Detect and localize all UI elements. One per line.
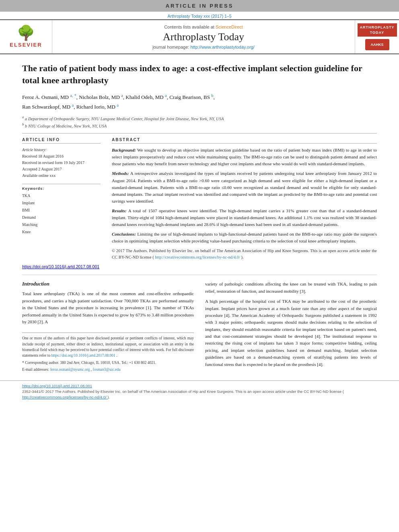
- cc-license-link[interactable]: http://creativecommons.org/licenses/by-n…: [155, 255, 241, 259]
- article-title: The ratio of patient body mass index to …: [22, 62, 377, 86]
- journal-header: 🌳 ELSEVIER Contents lists available at S…: [0, 19, 399, 54]
- body-left-col: Introduction Total knee arthroplasty (TK…: [22, 281, 194, 372]
- author-osmani: Feroz A. Osmani, MD: [22, 94, 70, 100]
- footer-license-closing: ).: [107, 395, 110, 399]
- elsevier-tree-icon: 🌳: [17, 26, 35, 40]
- article-info-abstract-row: ARTICLE INFO Article history: Received 1…: [22, 138, 377, 260]
- footnote-text: One or more of the authors of this paper…: [22, 335, 194, 358]
- background-text: We sought to develop an objective implan…: [112, 148, 377, 166]
- sciencedirect-link[interactable]: ScienceDirect: [216, 25, 243, 29]
- intro-left-p1-text: Total knee arthroplasty (TKA) is one of …: [22, 291, 194, 324]
- keywords-list: TKA Implant BMI Demand Matching Knee: [22, 192, 101, 236]
- article-info-heading: ARTICLE INFO: [22, 138, 101, 144]
- intro-left-p1: Total knee arthroplasty (TKA) is one of …: [22, 290, 194, 325]
- aahks-badge: AAHKS: [365, 39, 389, 50]
- author-odeh: Khalid Odeh, MD: [125, 94, 165, 100]
- aip-banner: ARTICLE IN PRESS: [0, 0, 399, 12]
- email1-link[interactable]: feroz.osmani@nyumc.org: [50, 368, 91, 372]
- affiliation-b: b b NYU College of Medicine, New York, N…: [22, 122, 377, 129]
- conflict-url-text: https://doi.org/10.1016/j.artd.2017.08.0…: [51, 353, 115, 357]
- intro-left-text: Total knee arthroplasty (TKA) is one of …: [22, 290, 194, 325]
- doi-url-text: https://doi.org/10.1016/j.artd.2017.08.0…: [22, 264, 99, 269]
- body-right-col: variety of pathologic conditions affecti…: [205, 281, 377, 372]
- footer-license-link[interactable]: http://creativecommons.org/licenses/by-n…: [22, 395, 107, 399]
- arthroplasty-logo: ARTHROPLASTY TODAY AAHKS: [355, 20, 399, 53]
- available-online: Available online xxx: [22, 173, 101, 179]
- revised-date: Received in revised form 19 July 2017: [22, 160, 101, 166]
- arthroplasty-logo-line2: TODAY: [360, 30, 395, 35]
- sciencedirect-label: Contents lists available at: [164, 25, 214, 29]
- affiliation-b-text: b NYU College of Medicine, New York, NY,…: [25, 124, 107, 128]
- footer-doi-link[interactable]: https://doi.org/10.1016/j.artd.2017.08.0…: [22, 384, 92, 388]
- homepage-url-text: http://www.arthroplastytoday.org/: [190, 45, 254, 49]
- elsevier-logo: 🌳 ELSEVIER: [0, 20, 52, 53]
- authors-text: Feroz A. Osmani, MD a, *, Nicholas Bolz,…: [22, 94, 215, 110]
- abstract-conclusions: Conclusions: Limiting the use of high-de…: [112, 231, 377, 244]
- email2-link[interactable]: fosman3@uic.edu: [93, 368, 121, 372]
- corresponding-text: * Corresponding author. 380 2nd Ave, Chi…: [22, 361, 156, 365]
- keyword-tka: TKA: [22, 192, 101, 199]
- abstract-results: Results: A total of 1507 operative knees…: [112, 207, 377, 228]
- arthroplasty-logo-line1: ARTHROPLASTY: [360, 25, 395, 30]
- abstract-text: Background: We sought to develop an obje…: [112, 147, 377, 260]
- article-info-content: Article history: Received 18 August 2016…: [22, 147, 101, 179]
- keyword-matching: Matching: [22, 221, 101, 228]
- history-label: Article history:: [22, 147, 101, 153]
- affiliation-a-text: a Department of Orthopaedic Surgery, NYU…: [25, 116, 224, 121]
- intro-right-p1-text: variety of pathologic conditions affecti…: [205, 281, 377, 293]
- keywords-label: Keywords:: [22, 187, 101, 191]
- corresponding-author-note: * Corresponding author. 380 2nd Ave, Chi…: [22, 360, 194, 366]
- doi-link[interactable]: https://doi.org/10.1016/j.artd.2017.08.0…: [22, 264, 99, 269]
- aahks-text: AAHKS: [370, 43, 383, 47]
- citation-text: Arthroplasty Today xxx (2017) 1–5: [167, 14, 231, 18]
- footer-license-url-text: http://creativecommons.org/licenses/by-n…: [22, 395, 107, 399]
- abstract-background: Background: We sought to develop an obje…: [112, 147, 377, 167]
- email1-text: feroz.osmani@nyumc.org: [50, 368, 90, 372]
- footer-doi-text: https://doi.org/10.1016/j.artd.2017.08.0…: [22, 384, 92, 388]
- keyword-demand: Demand: [22, 214, 101, 221]
- methods-label: Methods:: [112, 171, 129, 176]
- homepage-label: journal homepage:: [152, 45, 189, 49]
- abstract-col: ABSTRACT Background: We sought to develo…: [112, 138, 377, 260]
- results-label: Results:: [112, 208, 127, 213]
- conflict-url-link[interactable]: https://doi.org/10.1016/j.artd.2017.08.0…: [51, 353, 117, 357]
- arthroplasty-logo-box: ARTHROPLASTY TODAY: [358, 23, 397, 37]
- results-text: A total of 1507 operative knees were ide…: [112, 208, 377, 227]
- conclusions-text: Limiting the use of high-demand implants…: [112, 232, 377, 243]
- page: ARTICLE IN PRESS Arthroplasty Today xxx …: [0, 0, 399, 532]
- conclusions-label: Conclusions:: [112, 232, 136, 236]
- background-label: Background:: [112, 148, 136, 152]
- email-addresses: E-mail addresses: feroz.osmani@nyumc.org…: [22, 367, 194, 372]
- footer-license-text: 2352-3441/© 2017 The Authors. Published …: [22, 389, 344, 394]
- page-footer: https://doi.org/10.1016/j.artd.2017.08.0…: [0, 380, 399, 403]
- intro-right-p2-text: A high percentage of the hospital cost o…: [205, 299, 377, 366]
- intro-right-text: variety of pathologic conditions affecti…: [205, 281, 377, 368]
- aip-banner-text: ARTICLE IN PRESS: [166, 3, 234, 9]
- article-info-col: ARTICLE INFO Article history: Received 1…: [22, 138, 101, 260]
- authors: Feroz A. Osmani, MD a, *, Nicholas Bolz,…: [22, 92, 377, 111]
- intro-right-p2: A high percentage of the hospital cost o…: [205, 298, 377, 368]
- journal-center: Contents lists available at ScienceDirec…: [52, 20, 355, 53]
- intro-heading: Introduction: [22, 281, 194, 287]
- journal-homepage: journal homepage: http://www.arthroplast…: [152, 45, 255, 49]
- methods-text: A retrospective analysis investigated th…: [112, 171, 377, 203]
- email2-text: fosman3@uic.edu: [93, 368, 121, 372]
- abstract-methods: Methods: A retrospective analysis invest…: [112, 170, 377, 204]
- homepage-link[interactable]: http://www.arthroplastytoday.org/: [190, 45, 254, 49]
- body-content: Introduction Total knee arthroplasty (TK…: [22, 281, 377, 372]
- journal-title: Arthroplasty Today: [163, 31, 244, 43]
- affiliations: a a Department of Orthopaedic Surgery, N…: [22, 115, 377, 129]
- elsevier-wordmark: ELSEVIER: [10, 42, 42, 48]
- cc-url-text: http://creativecommons.org/licenses/by-n…: [155, 255, 240, 259]
- main-content: The ratio of patient body mass index to …: [0, 54, 399, 380]
- author-iorio: Richard Iorio, MD: [76, 104, 117, 110]
- citation-line: Arthroplasty Today xxx (2017) 1–5: [0, 12, 399, 19]
- accepted-date: Accepted 2 August 2017: [22, 166, 101, 173]
- affil-divider: [22, 133, 377, 134]
- author-bolz: Nicholas Bolz, MD: [79, 94, 121, 100]
- author-schwarzkopf: Ran Schwarzkopf, MD: [22, 104, 72, 110]
- doi-line: https://doi.org/10.1016/j.artd.2017.08.0…: [22, 264, 377, 269]
- keyword-knee: Knee: [22, 228, 101, 236]
- affiliation-a: a a Department of Orthopaedic Surgery, N…: [22, 115, 377, 122]
- footnote-area: One or more of the authors of this paper…: [22, 333, 194, 372]
